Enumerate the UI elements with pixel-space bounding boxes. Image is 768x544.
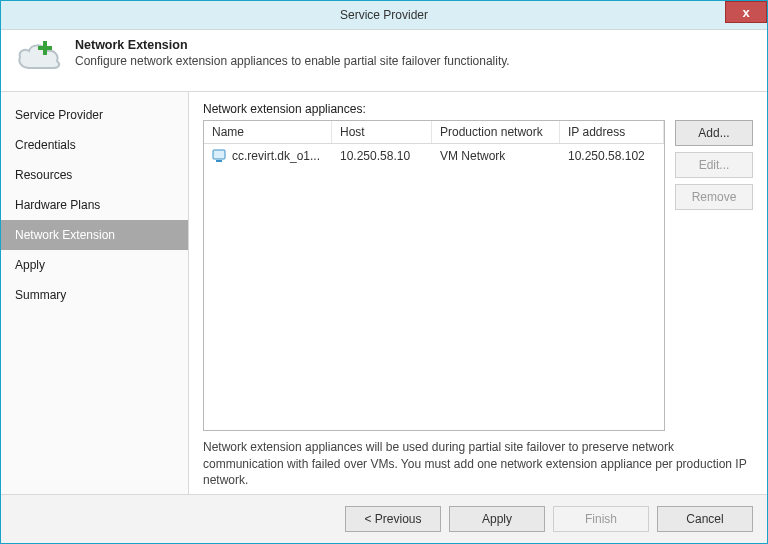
svg-rect-1 <box>38 46 52 50</box>
cloud-plus-icon <box>15 38 65 79</box>
remove-button: Remove <box>675 184 753 210</box>
steps-sidebar: Service Provider Credentials Resources H… <box>1 92 189 494</box>
column-host[interactable]: Host <box>332 121 432 143</box>
finish-button: Finish <box>553 506 649 532</box>
cell-ip: 10.250.58.102 <box>560 146 664 166</box>
cell-network: VM Network <box>432 146 560 166</box>
page-header: Network Extension Configure network exte… <box>1 30 767 92</box>
previous-button[interactable]: < Previous <box>345 506 441 532</box>
header-text: Network Extension Configure network exte… <box>75 38 510 68</box>
page-subtitle: Configure network extension appliances t… <box>75 54 510 68</box>
column-name[interactable]: Name <box>204 121 332 143</box>
appliance-icon <box>212 149 228 163</box>
close-icon: x <box>742 5 749 20</box>
sidebar-item-service-provider[interactable]: Service Provider <box>1 100 188 130</box>
close-button[interactable]: x <box>725 1 767 23</box>
apply-button[interactable]: Apply <box>449 506 545 532</box>
sidebar-item-network-extension[interactable]: Network Extension <box>1 220 188 250</box>
content-area: Network extension appliances: Name Host … <box>189 92 767 494</box>
info-note: Network extension appliances will be use… <box>203 439 753 488</box>
cell-host: 10.250.58.10 <box>332 146 432 166</box>
table-wrap: Name Host Production network IP address <box>203 120 753 431</box>
window-title: Service Provider <box>340 8 428 22</box>
sidebar-item-resources[interactable]: Resources <box>1 160 188 190</box>
titlebar: Service Provider x <box>1 1 767 30</box>
grid-buttons: Add... Edit... Remove <box>675 120 753 431</box>
body: Service Provider Credentials Resources H… <box>1 92 767 494</box>
cancel-button[interactable]: Cancel <box>657 506 753 532</box>
sidebar-item-summary[interactable]: Summary <box>1 280 188 310</box>
sidebar-item-credentials[interactable]: Credentials <box>1 130 188 160</box>
sidebar-item-hardware-plans[interactable]: Hardware Plans <box>1 190 188 220</box>
appliances-grid[interactable]: Name Host Production network IP address <box>203 120 665 431</box>
add-button[interactable]: Add... <box>675 120 753 146</box>
column-network[interactable]: Production network <box>432 121 560 143</box>
edit-button: Edit... <box>675 152 753 178</box>
cell-name: cc.revirt.dk_o1... <box>204 146 332 166</box>
svg-rect-3 <box>216 160 222 162</box>
table-row[interactable]: cc.revirt.dk_o1... 10.250.58.10 VM Netwo… <box>204 144 664 168</box>
cell-name-text: cc.revirt.dk_o1... <box>232 149 320 163</box>
wizard-window: Service Provider x Network Extension Con… <box>0 0 768 544</box>
grid-header: Name Host Production network IP address <box>204 121 664 144</box>
sidebar-item-apply[interactable]: Apply <box>1 250 188 280</box>
page-title: Network Extension <box>75 38 510 52</box>
footer: < Previous Apply Finish Cancel <box>1 494 767 543</box>
column-ip[interactable]: IP address <box>560 121 664 143</box>
list-label: Network extension appliances: <box>203 102 753 116</box>
svg-rect-2 <box>213 150 225 159</box>
